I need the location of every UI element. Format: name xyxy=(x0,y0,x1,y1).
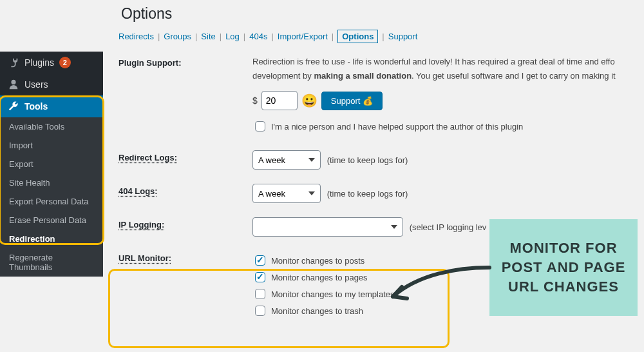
sidebar-label: Plugins xyxy=(24,57,54,68)
sidebar-sub-available-tools[interactable]: Available Tools xyxy=(0,117,103,136)
monitor-posts-label: Monitor changes to posts xyxy=(271,256,365,266)
tab-site[interactable]: Site xyxy=(201,32,215,41)
sidebar-item-users[interactable]: Users xyxy=(0,73,103,95)
page-title: Options xyxy=(121,5,644,23)
label-404-logs: 404 Logs: xyxy=(118,184,252,196)
sidebar-sub-site-health[interactable]: Site Health xyxy=(0,173,103,192)
sidebar-sub-export-personal[interactable]: Export Personal Data xyxy=(0,192,103,211)
monitor-pages-label: Monitor changes to pages xyxy=(271,273,368,282)
monitor-posts-checkbox[interactable] xyxy=(255,255,265,266)
tab-bar: Redirects|Groups|Site|Log|404s|Import/Ex… xyxy=(118,32,644,41)
tab-options[interactable]: Options xyxy=(337,30,378,43)
sidebar-sub-import[interactable]: Import xyxy=(0,136,103,155)
donation-amount-input[interactable] xyxy=(261,91,298,110)
support-button[interactable]: Support 💰 xyxy=(321,92,383,110)
label-url-monitor: URL Monitor: xyxy=(118,251,252,263)
sidebar-item-plugins[interactable]: Plugins 2 xyxy=(0,52,103,73)
sidebar-label: Tools xyxy=(24,101,48,112)
smile-icon: 😀 xyxy=(301,93,317,108)
plugins-badge: 2 xyxy=(59,57,71,68)
annotation-callout: MONITOR FOR POST AND PAGE URL CHANGES xyxy=(489,219,638,316)
row-404-logs: 404 Logs: A week (time to keep logs for) xyxy=(118,184,644,203)
tab-log[interactable]: Log xyxy=(225,32,240,41)
monitor-templates-checkbox[interactable] xyxy=(255,289,265,299)
support-desc-line1: Redirection is free to use - life is won… xyxy=(252,55,644,68)
404-logs-select[interactable]: A week xyxy=(252,184,321,203)
monitor-templates-label: Monitor changes to my templates xyxy=(271,289,394,299)
tab-404s[interactable]: 404s xyxy=(249,32,267,41)
label-redirect-logs: Redirect Logs: xyxy=(118,150,252,162)
row-redirect-logs: Redirect Logs: A week (time to keep logs… xyxy=(118,150,644,170)
404-logs-hint: (time to keep logs for) xyxy=(327,189,408,199)
user-icon xyxy=(8,79,19,90)
row-plugin-support: Plugin Support: Redirection is free to u… xyxy=(118,55,644,136)
sidebar-item-tools[interactable]: Tools xyxy=(0,95,103,117)
label-ip-logging: IP Logging: xyxy=(118,217,252,230)
sidebar-sub-export[interactable]: Export xyxy=(0,155,103,173)
ip-logging-hint: (select IP logging lev xyxy=(410,222,487,232)
nice-person-label: I'm a nice person and I have helped supp… xyxy=(271,122,523,132)
monitor-pages-checkbox[interactable] xyxy=(255,272,265,282)
monitor-trash-label: Monitor changes to trash xyxy=(271,306,363,316)
sidebar-sub-erase-personal[interactable]: Erase Personal Data xyxy=(0,211,103,230)
sidebar-label: Users xyxy=(24,79,48,90)
tab-support[interactable]: Support xyxy=(388,32,418,41)
currency-symbol: $ xyxy=(252,95,258,106)
redirect-logs-hint: (time to keep logs for) xyxy=(327,155,408,165)
monitor-trash-checkbox[interactable] xyxy=(255,306,265,316)
sidebar-sub-redirection[interactable]: Redirection xyxy=(0,230,103,248)
support-desc-line2: development by making a small donation. … xyxy=(252,70,644,83)
plug-icon xyxy=(8,57,19,68)
label-plugin-support: Plugin Support: xyxy=(118,55,252,68)
tab-groups[interactable]: Groups xyxy=(164,32,191,41)
ip-logging-select[interactable] xyxy=(252,217,403,237)
wrench-icon xyxy=(8,101,19,112)
admin-sidebar: Plugins 2 Users Tools Available Tools Im… xyxy=(0,52,103,277)
redirect-logs-select[interactable]: A week xyxy=(252,150,321,170)
nice-person-checkbox[interactable] xyxy=(255,121,265,132)
tab-redirects[interactable]: Redirects xyxy=(118,32,154,41)
sidebar-sub-regenerate[interactable]: Regenerate Thumbnails xyxy=(0,248,103,277)
tab-import-export[interactable]: Import/Export xyxy=(278,32,328,41)
